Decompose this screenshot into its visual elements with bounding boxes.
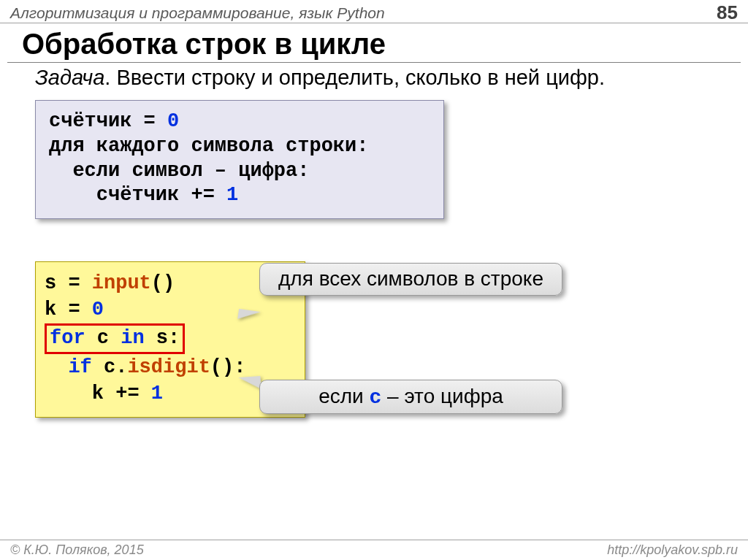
footer-copyright: © К.Ю. Поляков, 2015 xyxy=(10,542,144,558)
code-line-1: s = input() xyxy=(45,271,296,297)
task-label: Задача xyxy=(35,66,104,89)
footer-url: http://kpolyakov.spb.ru xyxy=(607,542,738,558)
slide-footer: © К.Ю. Поляков, 2015 http://kpolyakov.sp… xyxy=(0,540,748,560)
divider xyxy=(7,62,741,63)
pseudocode-box: счётчик = 0 для каждого символа строки: … xyxy=(35,100,444,219)
slide-title: Обработка строк в цикле xyxy=(22,28,748,61)
code-line-3: for c in s: xyxy=(45,323,296,355)
slide-header: Алгоритмизация и программирование, язык … xyxy=(0,0,748,23)
callout-for-loop: для всех символов в строке xyxy=(259,263,562,296)
highlight-frame: for c in s: xyxy=(45,323,185,354)
callout-tail-icon xyxy=(238,376,261,391)
page-number: 85 xyxy=(717,1,738,24)
callout-isdigit: если c – это цифра xyxy=(259,380,562,414)
task-body: . Ввести строку и определить, сколько в … xyxy=(104,66,605,89)
header-title: Алгоритмизация и программирование, язык … xyxy=(10,4,385,22)
task-text: Задача. Ввести строку и определить, скол… xyxy=(35,66,748,90)
